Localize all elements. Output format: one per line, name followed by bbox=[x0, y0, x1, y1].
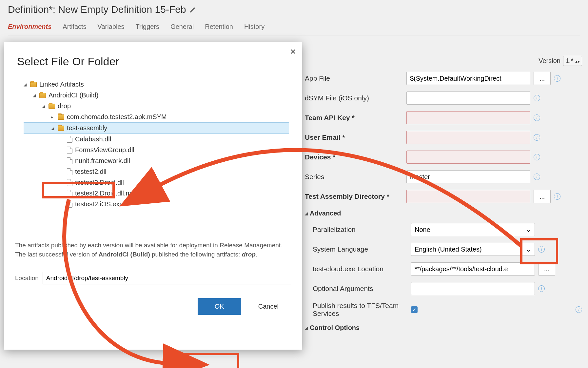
tcloud-browse-button[interactable]: ... bbox=[538, 262, 555, 276]
tab-environments[interactable]: Environments bbox=[8, 23, 51, 31]
tree-file[interactable]: testest2.Droid.dll.mdb bbox=[24, 188, 289, 199]
tab-bar: Environments Artifacts Variables Trigger… bbox=[8, 21, 580, 35]
file-icon bbox=[67, 136, 72, 143]
file-icon bbox=[67, 190, 72, 197]
tree-node-test-assembly[interactable]: ◢ test-assembly bbox=[24, 122, 289, 134]
version-select[interactable]: 1.* ▴▾ bbox=[563, 56, 582, 66]
pencil-icon[interactable] bbox=[189, 6, 197, 13]
advanced-section-header[interactable]: ◢Advanced bbox=[305, 210, 582, 217]
optargs-label: Optional Arguments bbox=[313, 285, 408, 293]
select-file-folder-dialog: ✕ Select File Or Folder ◢ Linked Artifac… bbox=[4, 42, 302, 350]
dsym-label: dSYM File (iOS only) bbox=[305, 94, 403, 102]
info-icon[interactable]: i bbox=[534, 134, 540, 141]
annotation-highlight bbox=[180, 353, 239, 368]
tree-node-apk[interactable]: ▸ com.chomado.testest2.apk.mSYM bbox=[24, 112, 289, 122]
folder-icon bbox=[49, 104, 55, 109]
app-file-input[interactable] bbox=[406, 72, 530, 85]
publish-label: Publish results to TFS/Team Services bbox=[313, 302, 408, 317]
tree-file[interactable]: nunit.framework.dll bbox=[24, 155, 289, 166]
folder-icon bbox=[39, 93, 46, 98]
dialog-note: The artifacts published by each version … bbox=[4, 236, 302, 263]
info-icon[interactable]: i bbox=[554, 193, 560, 200]
parallel-label: Parallelization bbox=[313, 226, 408, 234]
tree-file[interactable]: FormsViewGroup.dll bbox=[24, 145, 289, 155]
info-icon[interactable]: i bbox=[534, 154, 540, 160]
artifact-tree: ◢ Linked Artifacts ◢ AndroidCI (Build) ◢… bbox=[4, 76, 302, 210]
cancel-button[interactable]: Cancel bbox=[246, 298, 291, 315]
tab-triggers[interactable]: Triggers bbox=[136, 23, 160, 31]
definition-title-text: Definition*: New Empty Definition 15-Feb bbox=[8, 4, 186, 15]
devices-label: Devices * bbox=[305, 153, 403, 161]
info-icon[interactable]: i bbox=[538, 246, 545, 253]
team-api-label: Team API Key * bbox=[305, 114, 403, 122]
tree-node-drop[interactable]: ◢ drop bbox=[24, 101, 289, 112]
tcloud-input[interactable] bbox=[411, 262, 535, 276]
info-icon[interactable]: i bbox=[576, 306, 582, 313]
file-icon bbox=[67, 179, 72, 186]
info-icon[interactable]: i bbox=[534, 174, 540, 180]
dsym-input[interactable] bbox=[406, 92, 530, 105]
tab-variables[interactable]: Variables bbox=[98, 23, 125, 31]
series-input[interactable] bbox=[406, 170, 530, 183]
folder-icon bbox=[58, 114, 64, 120]
tree-file[interactable]: testest2.iOS.exe bbox=[24, 199, 289, 210]
tree-node-linked-artifacts[interactable]: ◢ Linked Artifacts bbox=[24, 79, 289, 90]
tree-node-build[interactable]: ◢ AndroidCI (Build) bbox=[24, 90, 289, 101]
user-email-label: User Email * bbox=[305, 133, 403, 141]
file-icon bbox=[67, 201, 72, 208]
folder-icon bbox=[58, 126, 64, 131]
app-file-label: App File bbox=[305, 74, 403, 82]
series-label: Series bbox=[305, 173, 403, 181]
tree-file[interactable]: testest2.dll bbox=[24, 166, 289, 177]
team-api-input[interactable] bbox=[406, 111, 530, 124]
dialog-title: Select File Or Folder bbox=[4, 42, 302, 76]
tab-general[interactable]: General bbox=[170, 23, 194, 31]
test-assembly-label: Test Assembly Directory * bbox=[305, 193, 403, 200]
publish-checkbox[interactable]: ✓ bbox=[411, 306, 418, 313]
file-icon bbox=[67, 157, 72, 164]
info-icon[interactable]: i bbox=[538, 285, 545, 292]
optargs-input[interactable] bbox=[411, 282, 535, 295]
tab-retention[interactable]: Retention bbox=[205, 23, 233, 31]
tab-artifacts[interactable]: Artifacts bbox=[63, 23, 86, 31]
version-label: Version bbox=[539, 57, 560, 65]
syslang-select[interactable]: English (United States)⌄ bbox=[411, 243, 535, 256]
folder-icon bbox=[30, 82, 37, 87]
user-email-input[interactable] bbox=[406, 131, 530, 144]
close-icon[interactable]: ✕ bbox=[290, 47, 296, 56]
parallel-select[interactable]: None⌄ bbox=[411, 223, 535, 236]
info-icon[interactable]: i bbox=[554, 75, 560, 82]
tab-history[interactable]: History bbox=[244, 23, 265, 31]
syslang-label: System Language bbox=[313, 245, 408, 253]
location-label: Location bbox=[15, 275, 39, 282]
file-icon bbox=[67, 168, 72, 175]
ok-button[interactable]: OK bbox=[198, 298, 241, 315]
info-icon[interactable]: i bbox=[534, 95, 540, 101]
tree-file[interactable]: Calabash.dll bbox=[24, 134, 289, 145]
test-assembly-input[interactable] bbox=[406, 190, 530, 203]
tree-file[interactable]: testest2.Droid.dll bbox=[24, 177, 289, 188]
location-input[interactable] bbox=[43, 272, 291, 284]
page-title: Definition*: New Empty Definition 15-Feb bbox=[8, 4, 580, 15]
task-config-panel: Version 1.* ▴▾ App File ... i dSYM File … bbox=[305, 56, 582, 337]
test-assembly-browse-button[interactable]: ... bbox=[534, 190, 551, 203]
control-options-header[interactable]: ◢Control Options bbox=[305, 324, 582, 332]
info-icon[interactable]: i bbox=[534, 114, 540, 121]
app-file-browse-button[interactable]: ... bbox=[534, 72, 551, 85]
tcloud-label: test-cloud.exe Location bbox=[313, 265, 408, 273]
file-icon bbox=[67, 147, 72, 153]
devices-input[interactable] bbox=[406, 151, 530, 164]
